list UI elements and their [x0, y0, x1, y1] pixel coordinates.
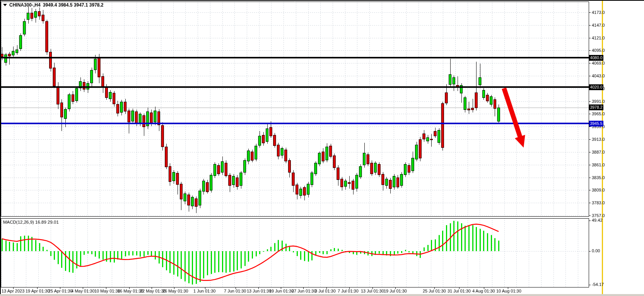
macd-tick-label: 0.00 [592, 248, 611, 253]
date-label: 1 Jun 01:30 [193, 289, 216, 293]
price-tick-label: 3913.0 [592, 137, 610, 142]
price-tick-label: 3887.0 [592, 149, 610, 155]
price-tick-label: 3835.0 [592, 175, 610, 180]
price-tick-label: 3965.0 [592, 111, 610, 116]
date-label: 13 Apr 2023 [2, 289, 24, 293]
macd-tick-label: -54.17 [592, 282, 611, 287]
price-tick-label: 3809.0 [592, 187, 610, 193]
price-tick-label: 4043.0 [592, 73, 610, 79]
macd-indicator-label: MACD(12,26,9) 16.89 29.01 [3, 220, 59, 224]
date-label: 7 Jun 01:30 [224, 289, 246, 293]
date-label: 13 Jun 01:30 [247, 289, 272, 293]
macd-name: MACD(12,26,9) [3, 220, 34, 224]
date-label: 10 Aug 01:30 [496, 289, 521, 293]
macd-tick-label: 49.42 [592, 218, 611, 222]
price-tick-label: 4147.0 [592, 22, 610, 28]
price-tick-label: 3783.0 [592, 200, 610, 205]
trading-chart-window: CHINA300-,H4 3949.4 3984.5 3947.1 3978.2… [0, 0, 644, 296]
chart-title: CHINA300-,H4 3949.4 3984.5 3947.1 3978.2 [3, 2, 104, 8]
symbol-dropdown-icon[interactable] [3, 4, 7, 6]
date-label: 4 Aug 01:30 [472, 289, 495, 293]
price-tick-label: 4121.0 [592, 35, 610, 41]
date-label: 16 May 01:30 [118, 289, 143, 293]
date-label: 19 Apr 01:30 [26, 289, 50, 293]
date-label: 19 Jul 01:30 [384, 289, 407, 293]
price-tick-label: 4095.0 [592, 48, 610, 53]
blue-level-badge: 3945.5 [589, 121, 603, 127]
price-chart-canvas[interactable] [0, 1, 644, 296]
date-label: 3 Jul 01:30 [315, 289, 336, 293]
date-label: 7 Jul 01:30 [338, 289, 359, 293]
last-price-badge: 3978.2 [589, 104, 603, 110]
ohlc-values: 3949.4 3984.5 3947.1 3978.2 [43, 2, 104, 8]
date-label: 26 May 01:30 [162, 289, 188, 293]
date-label: 31 Jul 01:30 [448, 289, 471, 293]
date-label: 10 May 01:30 [94, 289, 120, 293]
date-label: 22 May 01:30 [140, 289, 166, 293]
resistance-level-badge: 4080.0 [589, 55, 603, 61]
price-tick-label: 3757.0 [592, 213, 610, 218]
support-level-badge: 4020.0 [589, 84, 603, 90]
price-tick-label: 4069.0 [592, 60, 610, 66]
price-tick-label: 3861.0 [592, 162, 610, 168]
date-label: 13 Jul 01:30 [361, 289, 384, 293]
date-label: 19 Jun 01:30 [269, 289, 294, 293]
date-label: 25 Apr 01:30 [48, 289, 72, 293]
date-label: 27 Jun 01:30 [292, 289, 316, 293]
date-label: 4 May 01:30 [71, 289, 95, 293]
price-tick-label: 3991.0 [592, 99, 610, 104]
symbol-period-label: CHINA300-,H4 [9, 2, 41, 8]
price-tick-label: 4173.0 [592, 10, 610, 15]
date-label: 25 Jul 01:30 [423, 289, 446, 293]
macd-values: 16.89 29.01 [35, 220, 59, 224]
